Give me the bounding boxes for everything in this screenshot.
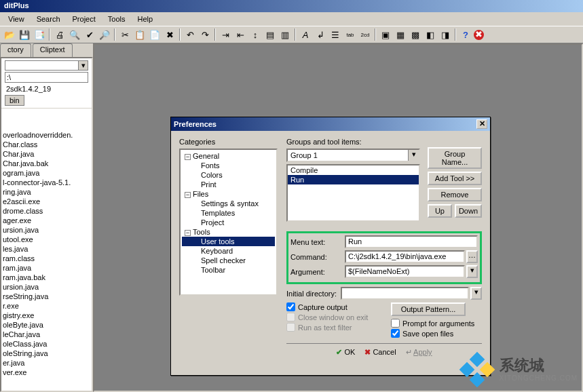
file-item[interactable]: drome.class — [1, 206, 92, 216]
up-button[interactable]: Up — [428, 204, 452, 218]
font-icon[interactable]: A — [299, 28, 312, 41]
file-item[interactable]: e2ascii.exe — [1, 197, 92, 206]
item-run[interactable]: Run — [288, 175, 419, 184]
outdent-icon[interactable]: ⇤ — [233, 28, 247, 41]
spell-icon[interactable]: ✔ — [83, 28, 96, 41]
redo-icon[interactable]: ↷ — [198, 28, 212, 41]
print-icon[interactable]: 🖨 — [53, 28, 67, 41]
close-icon[interactable]: ✕ — [476, 119, 487, 129]
file-item[interactable]: ver.exe — [1, 368, 92, 377]
argument-input[interactable]: $(FileNameNoExt) — [345, 265, 465, 278]
copy-icon[interactable]: 📋 — [133, 28, 147, 41]
file-item[interactable]: oleClass.java — [1, 339, 92, 349]
win4-icon[interactable]: ◧ — [424, 28, 437, 41]
prompt-args-check[interactable] — [391, 319, 400, 328]
open-icon[interactable]: 📂 — [3, 28, 16, 41]
bin-folder[interactable]: bin — [5, 95, 24, 106]
file-item[interactable]: ring.java — [1, 187, 92, 197]
browse-command-button[interactable]: … — [466, 250, 478, 263]
tree-user-tools[interactable]: User tools — [182, 237, 275, 246]
file-item[interactable]: oleString.java — [1, 349, 92, 358]
tree-colors[interactable]: Colors — [182, 170, 275, 180]
tree-print[interactable]: Print — [182, 180, 275, 189]
down-button[interactable]: Down — [455, 204, 482, 218]
file-item[interactable]: overloadnoverridden. — [1, 130, 92, 140]
preview-icon[interactable]: 🔍 — [68, 28, 81, 41]
save-all-icon[interactable]: 📑 — [33, 28, 46, 41]
menu-text-input[interactable]: Run — [345, 235, 478, 248]
file-item[interactable]: ager.exe — [1, 216, 92, 225]
menu-project[interactable]: Project — [67, 14, 101, 24]
file-item[interactable]: gistry.exe — [1, 311, 92, 320]
menu-tools[interactable]: Tools — [102, 14, 131, 24]
minus-icon[interactable]: − — [185, 154, 191, 160]
file-item[interactable]: rseString.java — [1, 292, 92, 301]
tab2-icon[interactable]: 2cd — [358, 28, 372, 41]
help-icon[interactable]: ? — [459, 28, 472, 41]
argument-menu-button[interactable]: ▾ — [466, 265, 478, 278]
file-item[interactable]: leChar.java — [1, 330, 92, 339]
tab-directory[interactable]: ctory — [0, 43, 31, 57]
tab1-icon[interactable]: tab — [343, 28, 357, 41]
minus-icon[interactable]: − — [185, 192, 191, 198]
apply-button[interactable]: ↵ Apply — [406, 348, 432, 357]
capture-output-check[interactable] — [286, 302, 295, 311]
tab-cliptext[interactable]: Cliptext — [33, 43, 73, 57]
categories-tree[interactable]: −General Fonts Colors Print −Files Setti… — [179, 149, 278, 296]
file-list[interactable]: overloadnoverridden.Char.classChar.javaC… — [1, 129, 92, 378]
undo-icon[interactable]: ↶ — [183, 28, 197, 41]
output-pattern-button[interactable]: Output Pattern... — [391, 302, 466, 316]
col2-icon[interactable]: ▥ — [278, 28, 292, 41]
file-item[interactable]: utool.exe — [1, 235, 92, 244]
win5-icon[interactable]: ◨ — [438, 28, 452, 41]
file-item[interactable]: ram.class — [1, 254, 92, 263]
file-item[interactable]: Char.java.bak — [1, 159, 92, 168]
save-icon[interactable]: 💾 — [18, 28, 31, 41]
file-item[interactable]: Char.class — [1, 140, 92, 149]
wrap-icon[interactable]: ↲ — [314, 28, 327, 41]
command-input[interactable]: C:\j2sdk1.4.2_19\bin\java.exe — [345, 250, 465, 263]
file-item[interactable]: ursion.java — [1, 282, 92, 292]
tree-general[interactable]: General — [193, 152, 219, 160]
tree-keyboard[interactable]: Keyboard — [182, 246, 275, 256]
tree-files[interactable]: Files — [193, 190, 208, 198]
stop-icon[interactable]: ✖ — [474, 30, 484, 40]
find-icon[interactable]: 🔎 — [98, 28, 111, 41]
cancel-button[interactable]: ✖ Cancel — [364, 348, 396, 357]
item-compile[interactable]: Compile — [288, 165, 419, 175]
col-icon[interactable]: ▤ — [263, 28, 277, 41]
tree-tools[interactable]: Tools — [193, 228, 210, 236]
file-item[interactable]: ogram.java — [1, 168, 92, 178]
delete-icon[interactable]: ✖ — [163, 28, 176, 41]
file-item[interactable]: l-connector-java-5.1. — [1, 178, 92, 187]
group-combo[interactable]: Group 1 ▾ — [286, 149, 420, 162]
save-files-check[interactable] — [391, 329, 400, 338]
drive-combo[interactable] — [5, 61, 78, 70]
tree-templates[interactable]: Templates — [182, 208, 275, 218]
win1-icon[interactable]: ▣ — [379, 28, 392, 41]
file-item[interactable]: oleByte.java — [1, 320, 92, 330]
file-item[interactable]: ram.java — [1, 263, 92, 273]
list-icon[interactable]: ☰ — [328, 28, 342, 41]
file-item[interactable]: ursion.java — [1, 225, 92, 235]
menu-search[interactable]: Search — [31, 14, 66, 24]
initial-dir-input[interactable] — [341, 287, 469, 300]
indent-icon[interactable]: ⇥ — [219, 28, 232, 41]
initial-dir-menu-button[interactable]: ▾ — [470, 287, 482, 300]
tree-fonts[interactable]: Fonts — [182, 161, 275, 170]
group-name-button[interactable]: Group Name... — [428, 147, 482, 169]
minus-icon[interactable]: − — [185, 230, 191, 236]
file-item[interactable]: ram.java.bak — [1, 273, 92, 282]
tree-spell[interactable]: Spell checker — [182, 256, 275, 265]
tree-toolbar[interactable]: Toolbar — [182, 265, 275, 275]
chevron-down-icon[interactable]: ▾ — [408, 150, 419, 161]
file-item[interactable]: er.java — [1, 358, 92, 368]
paste-icon[interactable]: 📄 — [148, 28, 162, 41]
menu-help[interactable]: Help — [132, 14, 158, 24]
win2-icon[interactable]: ▦ — [394, 28, 407, 41]
sort-icon[interactable]: ↕ — [248, 28, 262, 41]
tree-project[interactable]: Project — [182, 218, 275, 227]
file-item[interactable]: r.exe — [1, 301, 92, 311]
chevron-down-icon[interactable]: ▾ — [78, 61, 88, 70]
file-item[interactable]: les.java — [1, 244, 92, 254]
